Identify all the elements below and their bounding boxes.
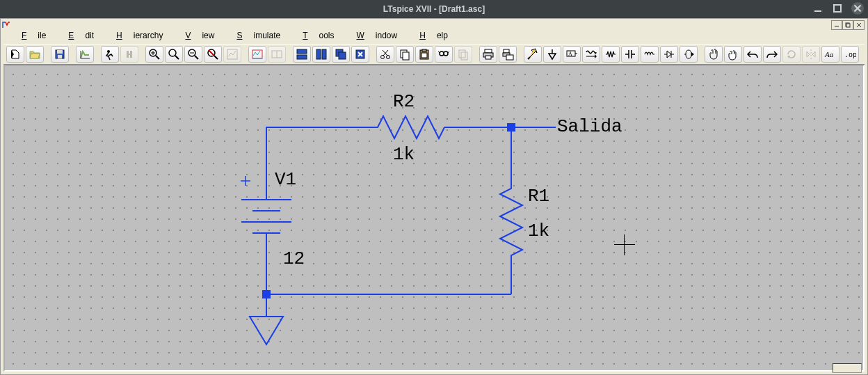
window-title: LTspice XVII - [Draft1.asc] bbox=[383, 4, 485, 14]
net-label-salida[interactable]: Salida bbox=[557, 116, 622, 137]
svg-point-43 bbox=[381, 56, 385, 59]
toolbar-open[interactable] bbox=[26, 46, 44, 63]
toolbar-resistor[interactable] bbox=[602, 46, 620, 63]
menu-view[interactable]: View bbox=[174, 29, 225, 42]
svg-marker-78 bbox=[667, 51, 671, 58]
svg-point-44 bbox=[387, 56, 390, 59]
svg-rect-6 bbox=[846, 24, 850, 27]
svg-rect-90 bbox=[262, 290, 271, 298]
toolbar-paste[interactable] bbox=[415, 46, 433, 63]
component-r2[interactable] bbox=[367, 116, 444, 138]
toolbar-cascade[interactable] bbox=[332, 46, 350, 63]
toolbar-halt[interactable] bbox=[120, 46, 138, 63]
toolbar-tile-horizontal[interactable] bbox=[293, 46, 311, 63]
toolbar-find[interactable] bbox=[435, 46, 453, 63]
toolbar-tile-vertical[interactable] bbox=[312, 46, 330, 63]
menubar: File Edit Hierarchy View Simulate Tools … bbox=[10, 29, 865, 42]
toolbar-copy[interactable] bbox=[396, 46, 414, 63]
menu-file[interactable]: File bbox=[10, 29, 57, 42]
ground-symbol[interactable] bbox=[250, 317, 283, 344]
svg-rect-62 bbox=[504, 49, 509, 53]
toolbar-duplicate[interactable] bbox=[454, 46, 472, 63]
svg-text:.op: .op bbox=[844, 51, 856, 58]
svg-line-46 bbox=[383, 50, 387, 56]
toolbar-text[interactable]: Aa bbox=[821, 46, 839, 63]
toolbar-cut[interactable] bbox=[376, 46, 394, 63]
svg-point-21 bbox=[169, 49, 176, 56]
menu-hierarchy[interactable]: Hierarchy bbox=[105, 29, 174, 42]
toolbar-wire[interactable] bbox=[524, 46, 542, 63]
svg-line-55 bbox=[438, 51, 440, 53]
svg-line-24 bbox=[195, 56, 198, 59]
toolbar-close-windows[interactable] bbox=[351, 46, 369, 63]
toolbar-ground[interactable] bbox=[543, 46, 561, 63]
v1-name-label[interactable]: V1 bbox=[275, 169, 296, 190]
toolbar-mirror[interactable] bbox=[802, 46, 820, 63]
svg-line-45 bbox=[383, 50, 388, 56]
toolbar-undo[interactable] bbox=[744, 46, 762, 63]
svg-rect-48 bbox=[403, 52, 409, 60]
toolbar-move[interactable] bbox=[705, 46, 723, 63]
toolbar-netlist[interactable] bbox=[582, 46, 600, 63]
toolbar-inductor[interactable] bbox=[641, 46, 659, 63]
component-v1[interactable] bbox=[241, 176, 291, 289]
toolbar-control-panel[interactable] bbox=[76, 46, 94, 63]
svg-line-65 bbox=[528, 57, 530, 59]
r1-name-label[interactable]: R1 bbox=[528, 186, 549, 207]
toolbar-zoom-out[interactable] bbox=[184, 46, 202, 63]
component-r1[interactable] bbox=[500, 183, 522, 261]
svg-text:Aa: Aa bbox=[824, 50, 834, 58]
toolbar-diode[interactable] bbox=[660, 46, 678, 63]
svg-rect-36 bbox=[316, 49, 321, 59]
toolbar-drag[interactable] bbox=[724, 46, 742, 63]
toolbar-autorange[interactable] bbox=[223, 46, 241, 63]
toolbar-cycle[interactable] bbox=[268, 46, 286, 63]
toolbar-zoom-fit[interactable] bbox=[204, 46, 222, 63]
svg-marker-100 bbox=[250, 317, 283, 344]
svg-point-53 bbox=[444, 51, 448, 56]
svg-line-56 bbox=[448, 51, 449, 53]
svg-rect-35 bbox=[297, 55, 307, 59]
window-titlebar: LTspice XVII - [Draft1.asc] bbox=[0, 0, 868, 18]
r1-value-label[interactable]: 1k bbox=[528, 221, 549, 241]
toolbar-spice-directive[interactable]: .op bbox=[841, 46, 859, 63]
toolbar-run[interactable] bbox=[101, 46, 119, 63]
toolbar-waveform[interactable] bbox=[248, 46, 266, 63]
toolbar-zoom-in[interactable] bbox=[145, 46, 163, 63]
svg-rect-37 bbox=[322, 49, 326, 59]
toolbar-rotate[interactable] bbox=[782, 46, 801, 63]
toolbar-new-schematic[interactable] bbox=[6, 46, 24, 63]
r2-name-label[interactable]: R2 bbox=[393, 91, 415, 112]
menu-window[interactable]: Window bbox=[346, 29, 409, 42]
svg-rect-51 bbox=[421, 53, 427, 58]
v1-value-label[interactable]: 12 bbox=[283, 248, 305, 269]
app-icon bbox=[2, 20, 10, 29]
svg-line-28 bbox=[209, 50, 214, 56]
svg-rect-91 bbox=[507, 123, 515, 131]
menu-help[interactable]: Help bbox=[408, 29, 459, 42]
svg-rect-12 bbox=[57, 50, 63, 54]
toolbar-zoom-pan[interactable] bbox=[165, 46, 183, 63]
toolbar-capacitor[interactable] bbox=[621, 46, 639, 63]
toolbar: A Aa .op bbox=[3, 44, 865, 65]
schematic-canvas[interactable]: R2 1k R1 1k V1 12 Salida bbox=[5, 66, 863, 370]
window-minimize-button[interactable] bbox=[812, 3, 823, 14]
window-close-button[interactable] bbox=[851, 2, 864, 15]
svg-rect-59 bbox=[485, 49, 492, 53]
menu-simulate[interactable]: Simulate bbox=[225, 29, 291, 42]
toolbar-component[interactable] bbox=[680, 46, 698, 63]
toolbar-print[interactable] bbox=[479, 46, 497, 63]
schematic-canvas-frame: R2 1k R1 1k V1 12 Salida bbox=[3, 65, 865, 372]
toolbar-redo[interactable] bbox=[763, 46, 781, 63]
statusbar-resize-grip[interactable] bbox=[833, 363, 862, 373]
menu-edit[interactable]: Edit bbox=[57, 29, 105, 42]
svg-line-18 bbox=[156, 56, 159, 59]
menu-tools[interactable]: Tools bbox=[291, 29, 345, 42]
application-frame: File Edit Hierarchy View Simulate Tools … bbox=[0, 18, 868, 375]
toolbar-setup[interactable] bbox=[499, 46, 517, 63]
cursor-crosshair-icon bbox=[614, 234, 635, 255]
window-maximize-button[interactable] bbox=[832, 3, 843, 14]
toolbar-label[interactable]: A bbox=[563, 46, 581, 63]
toolbar-save[interactable] bbox=[51, 46, 69, 63]
r2-value-label[interactable]: 1k bbox=[393, 144, 415, 165]
